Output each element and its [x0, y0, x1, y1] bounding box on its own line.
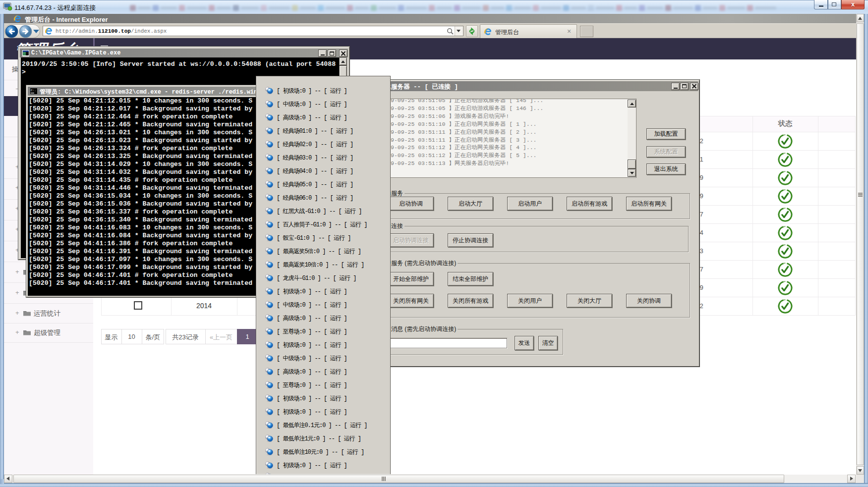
- svg-text:C:.: C:.: [31, 89, 36, 92]
